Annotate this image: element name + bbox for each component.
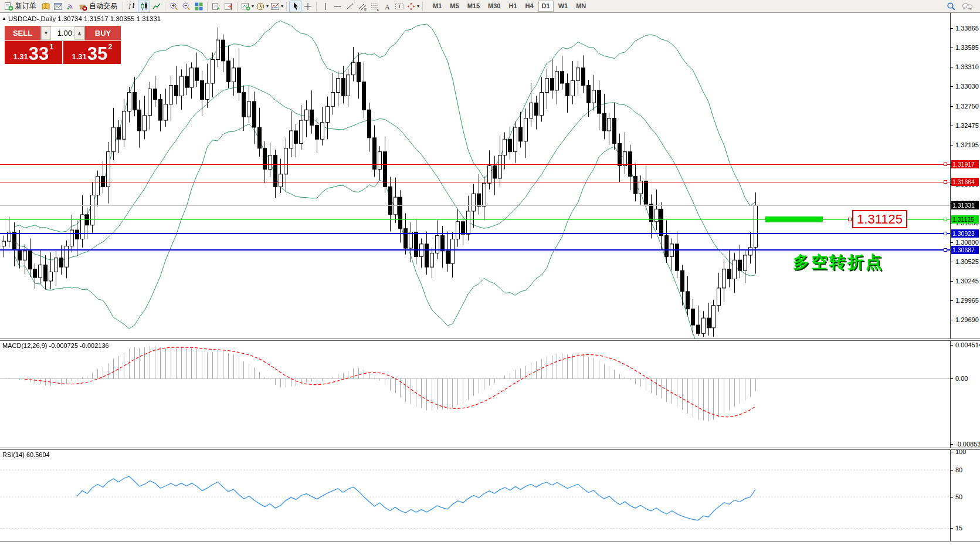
hline-highlight-segment[interactable] — [765, 216, 823, 222]
price-label-object[interactable]: 1.31125 — [852, 210, 907, 228]
timeframe-button-m5[interactable]: M5 — [446, 1, 462, 12]
timeframe-button-h4[interactable]: H4 — [522, 1, 537, 12]
auto-trading-label[interactable]: 自动交易 — [89, 1, 117, 11]
cursor-icon[interactable] — [289, 1, 301, 12]
toolbar-separator — [123, 2, 123, 11]
text-icon[interactable]: A — [381, 1, 393, 12]
price-tick-mark — [950, 67, 953, 67]
timeframe-button-m15[interactable]: M15 — [464, 1, 483, 12]
price-tick-label: 1.32195 — [955, 141, 979, 148]
auto-scroll-icon[interactable] — [210, 1, 222, 12]
sell-price-sup: 1 — [49, 42, 53, 51]
crosshair-icon[interactable] — [301, 1, 314, 12]
one-click-trading-panel: SELL ▼ ▲ BUY 1.31 33 1 1.31 35 2 — [5, 26, 121, 64]
line-chart-icon[interactable] — [150, 1, 162, 12]
horizontal-line-icon[interactable] — [331, 1, 344, 12]
toolbar-separator — [207, 2, 208, 11]
buy-price-small: 1.31 — [72, 52, 86, 61]
price-tick-mark — [950, 106, 953, 107]
main-chart-canvas[interactable] — [0, 13, 950, 340]
rsi-canvas[interactable] — [0, 451, 950, 541]
arrows-icon[interactable]: ▾ — [405, 1, 420, 12]
profile-icon[interactable] — [39, 1, 52, 12]
svg-text:F: F — [377, 8, 379, 11]
timeframe-button-m30[interactable]: M30 — [484, 1, 504, 12]
symbol-marker-icon: ▲ — [2, 16, 6, 21]
hline-1.31664[interactable] — [0, 182, 950, 182]
trendline-icon[interactable] — [344, 1, 356, 12]
macd-tick-mark — [950, 378, 953, 379]
turning-point-note[interactable]: 多空转折点 — [793, 251, 884, 273]
price-tag-1.30923: 1.30923 — [951, 229, 979, 238]
volume-input[interactable] — [51, 26, 74, 40]
price-tick-label: 1.29965 — [955, 297, 979, 304]
price-tag-1.30687: 1.30687 — [951, 246, 979, 254]
pane-splitter-rsi[interactable] — [0, 448, 980, 450]
toolbar-separator — [422, 2, 423, 11]
buy-price-big: 35 — [87, 45, 107, 63]
price-tag-1.31331: 1.31331 — [951, 201, 979, 209]
chat-icon[interactable] — [961, 1, 974, 12]
timeframe-button-d1[interactable]: D1 — [538, 1, 554, 12]
auto-trading-icon[interactable] — [76, 1, 89, 12]
macd-axis-label: 0.00 — [955, 375, 968, 382]
rsi-tick-mark — [950, 452, 953, 452]
hline-1.30687[interactable] — [0, 249, 950, 251]
svg-text:E: E — [364, 8, 367, 11]
line-handle[interactable] — [944, 232, 947, 235]
template-icon[interactable]: ▾ — [269, 1, 284, 12]
macd-label: MACD(12,26,9) -0.000725 -0.002136 — [2, 342, 109, 349]
new-order-label[interactable]: 新订单 — [15, 1, 36, 11]
price-tag-1.31917: 1.31917 — [951, 160, 979, 168]
price-tick-label: 1.32475 — [955, 122, 979, 129]
rsi-axis-label: 15 — [955, 524, 962, 532]
period-icon[interactable]: ▾ — [255, 1, 269, 12]
line-handle[interactable] — [848, 218, 852, 221]
price-tick-mark — [950, 145, 953, 145]
search-icon[interactable] — [945, 1, 957, 12]
hline-1.31917[interactable] — [0, 164, 950, 165]
new-chart-icon[interactable]: ▾ — [240, 1, 255, 12]
text-label-icon[interactable]: T — [393, 1, 405, 12]
line-handle[interactable] — [944, 180, 947, 184]
line-handle[interactable] — [944, 163, 947, 166]
volume-decrease-button[interactable]: ▼ — [41, 26, 51, 40]
zoom-in-icon[interactable] — [168, 1, 180, 12]
volume-increase-button[interactable]: ▲ — [74, 26, 84, 40]
macd-canvas[interactable] — [0, 341, 950, 448]
signal-icon[interactable] — [64, 1, 76, 12]
timeframe-button-m1[interactable]: M1 — [429, 1, 445, 12]
price-tick-label: 1.30245 — [955, 278, 979, 285]
line-handle[interactable] — [944, 248, 947, 252]
hline-1.31331[interactable] — [0, 205, 950, 206]
price-tick-mark — [950, 126, 953, 126]
sell-price[interactable]: 1.31 33 1 — [5, 41, 62, 64]
new-order-icon[interactable] — [2, 1, 15, 12]
sell-button[interactable]: SELL — [5, 26, 40, 40]
sell-price-small: 1.31 — [13, 52, 28, 61]
macd-tick-mark — [950, 444, 953, 445]
fibonacci-icon[interactable]: F — [368, 1, 381, 12]
buy-button[interactable]: BUY — [85, 26, 121, 40]
timeframe-button-h1[interactable]: H1 — [505, 1, 520, 12]
date-axis: Jul 201916 Jul 201925 Jul 20194 Aug 2019… — [0, 541, 980, 555]
pane-splitter-macd[interactable] — [0, 339, 980, 341]
bar-chart-icon[interactable] — [126, 1, 138, 12]
vertical-line-icon[interactable] — [319, 1, 331, 12]
price-tag-1.31125: 1.31125 — [951, 215, 979, 224]
price-tag-1.31664: 1.31664 — [951, 178, 979, 186]
timeframe-button-w1[interactable]: W1 — [555, 1, 572, 12]
tile-windows-icon[interactable] — [192, 1, 205, 12]
zoom-out-icon[interactable] — [180, 1, 192, 12]
price-tick-mark — [950, 242, 953, 243]
timeframe-button-mn[interactable]: MN — [572, 1, 589, 12]
buy-price[interactable]: 1.31 35 2 — [63, 41, 121, 64]
candlestick-chart-icon[interactable] — [138, 1, 150, 12]
line-handle[interactable] — [944, 218, 947, 221]
chart-window-icon[interactable] — [52, 1, 64, 12]
toolbar: 新订单自动交易▾▾▾EFAT▾ M1M5M15M30H1H4D1W1MN — [0, 0, 980, 13]
channel-icon[interactable]: E — [356, 1, 368, 12]
chart-shift-icon[interactable] — [222, 1, 235, 12]
price-tick-label: 1.32750 — [955, 103, 979, 110]
hline-1.30923[interactable] — [0, 233, 950, 234]
